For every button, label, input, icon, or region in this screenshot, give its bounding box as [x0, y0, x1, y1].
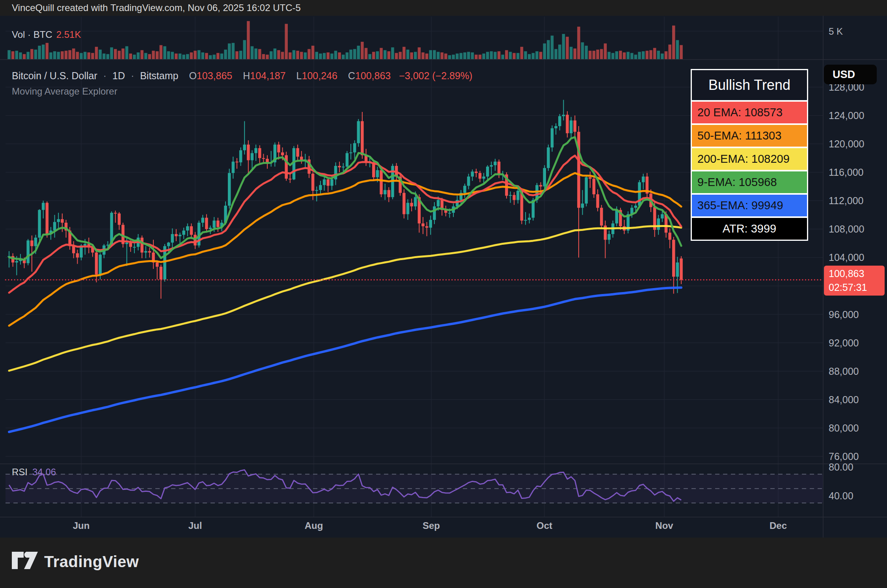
close-value: 100,863 — [355, 70, 391, 81]
svg-text:84,000: 84,000 — [829, 394, 859, 405]
volume-legend-label: Vol · BTC — [12, 29, 52, 40]
high-label: H — [243, 70, 250, 81]
trend-legend-box: Bullish Trend 20 EMA: 108573 50-EMA: 111… — [691, 69, 808, 241]
svg-text:104,000: 104,000 — [829, 252, 864, 263]
svg-text:116,000: 116,000 — [829, 167, 864, 178]
trend-legend-title: Bullish Trend — [692, 70, 807, 100]
indicator-name[interactable]: Moving Average Explorer — [12, 86, 117, 97]
ema-lines — [9, 137, 681, 432]
rsi-legend-label[interactable]: RSI — [12, 467, 28, 477]
symbol-legend: Bitcoin / U.S. Dollar · 1D · Bitstamp O1… — [12, 70, 472, 82]
legend-row-20ema: 20 EMA: 108573 — [692, 102, 807, 123]
svg-text:80,000: 80,000 — [829, 422, 859, 434]
attribution-bar: VinceQuill created with TradingView.com,… — [0, 0, 887, 16]
svg-text:88,000: 88,000 — [829, 366, 859, 377]
volume-axis-label: 5 K — [829, 26, 843, 37]
svg-text:Jun: Jun — [73, 520, 90, 531]
legend-row-9ema: 9-EMA: 105968 — [692, 171, 807, 193]
legend-row-atr: ATR: 3999 — [692, 218, 807, 240]
legend-row-200ema: 200-EMA: 108209 — [692, 148, 807, 170]
svg-text:80.00: 80.00 — [829, 461, 853, 473]
legend-row-50ema: 50-EMA: 111303 — [692, 125, 807, 147]
svg-text:108,000: 108,000 — [829, 223, 864, 234]
rsi-legend-value: 34.06 — [32, 467, 56, 477]
close-label: C — [348, 70, 355, 81]
svg-text:40.00: 40.00 — [829, 490, 853, 501]
rsi-legend: RSI34.06 — [12, 467, 56, 478]
svg-text:76,000: 76,000 — [829, 451, 859, 462]
volume-bars — [7, 21, 683, 59]
tradingview-brand-text: TradingView — [44, 553, 139, 571]
volume-legend: Vol · BTC2.51K — [12, 29, 81, 40]
svg-text:Sep: Sep — [423, 520, 440, 531]
separator-dot: · — [103, 70, 106, 81]
bar-countdown: 02:57:31 — [829, 281, 885, 294]
50-EMA-line — [9, 173, 681, 326]
high-value: 104,187 — [250, 70, 285, 81]
svg-text:Aug: Aug — [305, 520, 323, 531]
last-price-badge: 100,863 02:57:31 — [824, 266, 885, 296]
footer-bar: TradingView — [0, 538, 887, 588]
svg-text:Dec: Dec — [770, 520, 787, 531]
365-EMA-line — [9, 288, 681, 432]
9-EMA-line — [9, 137, 681, 260]
open-label: O — [189, 70, 196, 81]
exchange-label: Bitstamp — [140, 70, 178, 81]
low-value: 100,246 — [302, 70, 337, 81]
time-axis[interactable]: JunJulAugSepOctNovDec — [73, 520, 787, 531]
svg-text:124,000: 124,000 — [829, 110, 864, 121]
volume-legend-value: 2.51K — [56, 29, 81, 40]
rsi-band — [6, 474, 823, 503]
separator-dot: · — [131, 70, 134, 81]
tradingview-brand[interactable]: TradingView — [12, 552, 139, 571]
currency-badge[interactable]: USD — [824, 65, 877, 84]
svg-text:Jul: Jul — [188, 520, 202, 531]
svg-text:Oct: Oct — [537, 520, 552, 531]
svg-text:112,000: 112,000 — [829, 195, 864, 206]
symbol-name[interactable]: Bitcoin / U.S. Dollar — [12, 70, 97, 81]
legend-row-365ema: 365-EMA: 99949 — [692, 195, 807, 216]
last-price-value: 100,863 — [829, 267, 885, 281]
svg-text:96,000: 96,000 — [829, 309, 859, 320]
interval-label[interactable]: 1D — [112, 70, 125, 81]
svg-text:92,000: 92,000 — [829, 337, 859, 348]
open-value: 103,865 — [197, 70, 232, 81]
svg-text:Nov: Nov — [655, 520, 673, 531]
attribution-text: VinceQuill created with TradingView.com,… — [12, 2, 301, 13]
tradingview-chart-page: VinceQuill created with TradingView.com,… — [0, 0, 887, 588]
svg-text:120,000: 120,000 — [829, 138, 864, 149]
candlestick-series — [7, 100, 683, 299]
change-value: −3,002 (−2.89%) — [399, 70, 472, 81]
tradingview-logo-icon — [12, 552, 38, 571]
low-label: L — [296, 70, 302, 81]
